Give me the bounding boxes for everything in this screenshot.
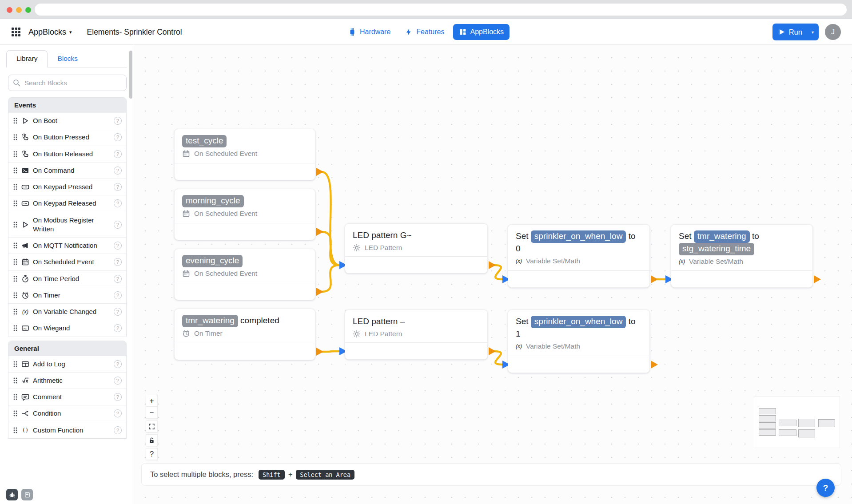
block-item-on-modbus-register-written[interactable]: On Modbus Register Written? <box>8 212 126 238</box>
flow-block-set_tmr_watering[interactable]: Set tmr_watering to stg_watering_time(x)… <box>671 224 813 288</box>
help-icon[interactable]: ? <box>114 258 122 266</box>
block-item-on-keypad-released[interactable]: On Keypad Released? <box>8 195 126 211</box>
help-icon[interactable]: ? <box>114 275 122 283</box>
close-window-button[interactable] <box>7 7 12 13</box>
block-item-add-to-log[interactable]: Add to Log? <box>8 356 126 372</box>
flow-block-led_pattern_dash[interactable]: LED pattern –LED Pattern <box>345 310 488 360</box>
flow-block-morning_cycle[interactable]: morning_cycleOn Scheduled Event <box>174 189 315 240</box>
help-icon[interactable]: ? <box>114 291 122 299</box>
drag-handle[interactable] <box>12 361 20 368</box>
block-item-on-mqtt-notification[interactable]: On MQTT Notification? <box>8 237 126 254</box>
sidebar-scrollbar[interactable] <box>129 51 132 99</box>
help-icon[interactable]: ? <box>114 409 122 417</box>
output-port[interactable] <box>316 288 323 296</box>
help-icon[interactable]: ? <box>114 183 122 191</box>
block-item-on-variable-changed[interactable]: (x)On Variable Changed? <box>8 303 126 320</box>
drag-handle[interactable] <box>12 183 20 190</box>
help-icon[interactable]: ? <box>114 167 122 175</box>
minimize-window-button[interactable] <box>16 7 22 13</box>
flow-block-evening_cycle[interactable]: evening_cycleOn Scheduled Event <box>174 249 315 300</box>
block-item-custom-function[interactable]: ()Custom Function? <box>8 422 126 438</box>
drag-handle[interactable] <box>12 308 20 315</box>
help-icon[interactable]: ? <box>114 221 122 229</box>
drag-handle[interactable] <box>12 200 20 207</box>
avatar[interactable]: J <box>825 24 841 40</box>
run-button[interactable]: Run ▾ <box>772 24 819 40</box>
drag-handle[interactable] <box>12 275 20 282</box>
minimap[interactable] <box>754 397 840 448</box>
block-item-comment[interactable]: Comment? <box>8 389 126 405</box>
maximize-window-button[interactable] <box>25 7 31 13</box>
zoom-out-button[interactable]: − <box>146 407 158 419</box>
flow-canvas[interactable]: test_cycleOn Scheduled Eventmorning_cycl… <box>134 45 852 504</box>
drag-handle[interactable] <box>12 151 20 158</box>
block-item-on-button-released[interactable]: On Button Released? <box>8 146 126 162</box>
zoom-in-button[interactable]: + <box>146 395 158 407</box>
flow-block-tmr_watering_completed[interactable]: tmr_watering completedOn Timer <box>174 309 315 360</box>
drag-handle[interactable] <box>12 292 20 299</box>
block-item-on-command[interactable]: On Command? <box>8 162 126 179</box>
block-item-condition[interactable]: Condition? <box>8 405 126 421</box>
output-port[interactable] <box>316 228 323 236</box>
drag-handle[interactable] <box>12 242 20 249</box>
drag-handle[interactable] <box>12 427 20 434</box>
block-item-on-timer[interactable]: On Timer? <box>8 287 126 303</box>
block-item-on-time-period[interactable]: On Time Period? <box>8 270 126 287</box>
help-icon[interactable]: ? <box>114 426 122 434</box>
block-item-on-keypad-pressed[interactable]: On Keypad Pressed? <box>8 179 126 195</box>
appblocks-menu[interactable]: AppBlocks ▾ <box>28 28 72 37</box>
flow-block-test_cycle[interactable]: test_cycleOn Scheduled Event <box>174 129 315 180</box>
drag-handle[interactable] <box>12 377 20 384</box>
help-icon[interactable]: ? <box>114 360 122 368</box>
fit-view-button[interactable] <box>146 421 158 433</box>
help-icon[interactable]: ? <box>114 308 122 316</box>
drag-handle-icon <box>12 200 18 207</box>
output-port[interactable] <box>651 361 658 369</box>
run-options-caret[interactable]: ▾ <box>808 30 819 35</box>
help-icon[interactable]: ? <box>114 377 122 385</box>
drag-handle[interactable] <box>12 221 20 228</box>
device-button[interactable] <box>21 489 33 500</box>
drag-handle[interactable] <box>12 258 20 266</box>
tab-blocks[interactable]: Blocks <box>48 51 88 67</box>
help-icon[interactable]: ? <box>114 324 122 332</box>
nav-appblocks-button[interactable]: AppBlocks <box>453 24 510 40</box>
drag-handle[interactable] <box>12 410 20 417</box>
tab-library[interactable]: Library <box>6 50 48 67</box>
flow-block-set_low_1[interactable]: Set sprinkler_on_when_low to 1(x)Variabl… <box>508 310 650 373</box>
debug-button[interactable] <box>6 489 18 500</box>
output-port[interactable] <box>316 168 323 176</box>
drag-handle[interactable] <box>12 117 20 124</box>
drag-handle[interactable] <box>12 393 20 401</box>
output-port[interactable] <box>489 347 496 355</box>
flow-block-set_low_0[interactable]: Set sprinkler_on_when_low to 0(x)Variabl… <box>508 224 650 288</box>
block-item-arithmetic[interactable]: Arithmetic? <box>8 372 126 389</box>
output-port[interactable] <box>316 348 323 356</box>
help-icon[interactable]: ? <box>114 117 122 125</box>
nav-hardware-button[interactable]: Hardware <box>342 24 396 40</box>
url-bar[interactable] <box>35 4 847 16</box>
flow-block-led_pattern_g[interactable]: LED pattern G~LED Pattern <box>345 223 488 274</box>
apps-grid-icon[interactable] <box>12 28 20 36</box>
drag-handle[interactable] <box>12 167 20 174</box>
help-button[interactable]: ? <box>816 479 835 497</box>
drag-handle[interactable] <box>12 134 20 141</box>
search-input[interactable] <box>8 75 127 91</box>
output-port[interactable] <box>814 275 821 283</box>
block-title: morning_cycle <box>182 195 307 207</box>
help-icon[interactable]: ? <box>114 150 122 158</box>
help-icon[interactable]: ? <box>114 242 122 250</box>
help-icon[interactable]: ? <box>114 393 122 401</box>
help-button[interactable]: ? <box>146 448 158 460</box>
block-item-on-scheduled-event[interactable]: On Scheduled Event? <box>8 254 126 270</box>
help-icon[interactable]: ? <box>114 199 122 207</box>
block-item-on-wiegand[interactable]: A≡On Wiegand? <box>8 320 126 336</box>
lock-button[interactable] <box>146 434 158 446</box>
output-port[interactable] <box>489 261 496 269</box>
block-item-on-button-pressed[interactable]: On Button Pressed? <box>8 129 126 145</box>
output-port[interactable] <box>651 275 658 283</box>
drag-handle[interactable] <box>12 325 20 332</box>
block-item-on-boot[interactable]: On Boot? <box>8 112 126 129</box>
nav-features-button[interactable]: Features <box>399 24 450 40</box>
help-icon[interactable]: ? <box>114 133 122 141</box>
